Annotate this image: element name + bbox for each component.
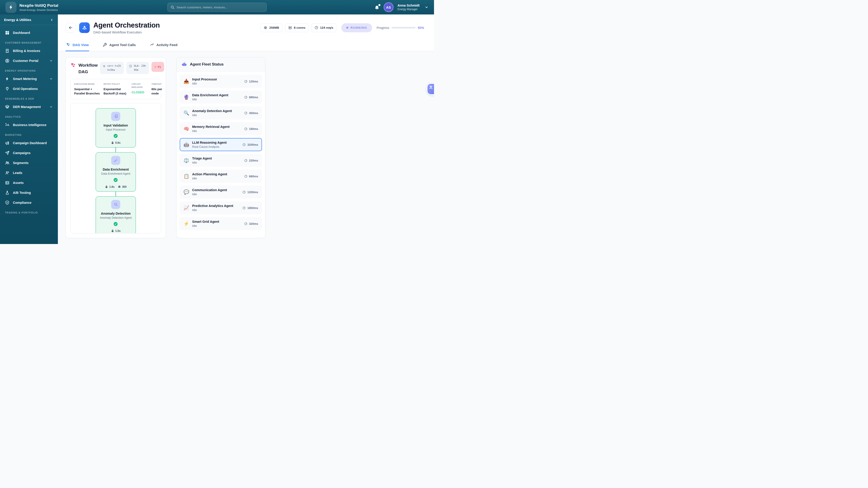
dag-canvas: Input ValidationInput Processor0.6sData … xyxy=(70,103,161,233)
chevron-down-icon[interactable] xyxy=(425,5,429,9)
agent-name: Anomaly Detection Agent xyxy=(192,109,232,113)
sidebar-item-label: Business Intelligence xyxy=(13,123,46,127)
sidebar-item-assets[interactable]: Assets xyxy=(3,178,55,188)
agent-latency: 120ms xyxy=(249,80,258,83)
agent-row-smart-grid-agent[interactable]: ⚡Smart Grid AgentIdle320ms xyxy=(180,217,262,230)
agent-row-input-processor[interactable]: 📥Input ProcessorIdle120ms xyxy=(180,75,262,88)
sidebar-item-label: Campaign Dashboard xyxy=(13,141,47,145)
sidebar-item-segments[interactable]: Segments xyxy=(3,158,55,168)
sidebar-item-label: Smart Metering xyxy=(13,77,37,80)
agent-emoji-icon: 📋 xyxy=(184,173,189,179)
agent-latency-group: 3200ms xyxy=(242,143,258,147)
sidebar-section-label: CUSTOMER MANAGEMENT xyxy=(5,41,53,44)
node-tokens: 350 xyxy=(118,185,127,188)
agent-name: Input Processor xyxy=(192,77,217,81)
sidebar-item-leads[interactable]: Leads xyxy=(3,168,55,178)
gauge-icon xyxy=(242,206,246,210)
sidebar-item-campaigns[interactable]: Campaigns xyxy=(3,148,55,158)
user-role: Energy Manager xyxy=(398,8,420,11)
orchestration-hub-icon xyxy=(79,22,90,33)
tab-dag-view[interactable]: DAG View xyxy=(66,39,89,51)
workflow-dag-panel: Workflow DAG corr-tv25hc5ba xyxy=(66,57,166,238)
global-search xyxy=(167,3,267,12)
agent-row-triage-agent[interactable]: ⚖️Triage AgentIdle220ms xyxy=(180,154,262,167)
agent-latency: 1200ms xyxy=(247,191,258,194)
page-stats: 256MB8 conns124 req/s RUNNING Progress 5… xyxy=(260,23,424,32)
agent-row-communication-agent[interactable]: 💬Communication AgentIdle1200ms xyxy=(180,186,262,199)
agent-row-predictive-analytics-agent[interactable]: 📈Predictive Analytics AgentIdle1850ms xyxy=(180,201,262,215)
avatar[interactable]: AS xyxy=(383,2,394,12)
sparkline-icon xyxy=(5,123,9,127)
flask-icon xyxy=(5,191,9,195)
agent-name: LLM Reasoning Agent xyxy=(192,141,227,144)
page-title: Agent Orchestration xyxy=(93,21,160,29)
chevron-down-icon xyxy=(49,59,53,63)
gauge-icon xyxy=(244,111,248,115)
agent-info: Action Planning AgentIdle xyxy=(192,172,227,180)
sidebar-item-a-b-testing[interactable]: A/B Testing xyxy=(3,188,55,198)
agent-latency-group: 320ms xyxy=(244,222,258,225)
sidebar-item-der-management[interactable]: DER Management xyxy=(3,102,55,112)
agent-emoji-icon: 🔍 xyxy=(184,110,189,116)
workflow-header: Workflow DAG corr-tv25hc5ba xyxy=(70,62,161,75)
sidebar-collapse-chevron-left-icon[interactable] xyxy=(50,18,54,22)
tab-activity-feed[interactable]: Activity Feed xyxy=(149,39,178,51)
check-circle-icon xyxy=(113,177,118,182)
sidebar-item-label: Compliance xyxy=(13,201,31,204)
sidebar-item-campaign-dashboard[interactable]: Campaign Dashboard xyxy=(3,138,55,148)
notifications-bell-icon[interactable] xyxy=(374,5,379,10)
exec-config-label: RETRY POLICY xyxy=(103,83,129,86)
activity-icon xyxy=(150,43,154,47)
sidebar-item-compliance[interactable]: Compliance xyxy=(3,198,55,207)
sidebar-item-label: DER Management xyxy=(13,105,41,109)
sidebar-item-label: Billing & Invoices xyxy=(13,49,40,53)
agent-info: Input ProcessorIdle xyxy=(192,77,217,85)
agent-status: Idle xyxy=(192,129,229,133)
node-metrics: 1.8s350 xyxy=(98,185,133,188)
workflow-badges: corr-tv25hc5ba SLA: 23h 45m ! P1 xyxy=(100,62,164,74)
sidebar: Energy & Utilities DashboardCUSTOMER MAN… xyxy=(0,14,58,244)
dag-node-data-enrichment[interactable]: Data EnrichmentData Enrichment Agent1.8s… xyxy=(96,152,136,192)
agent-row-data-enrichment-agent[interactable]: 🔮Data Enrichment AgentIdle890ms xyxy=(180,91,262,104)
send-icon xyxy=(5,151,9,155)
sidebar-item-dashboard[interactable]: Dashboard xyxy=(3,28,55,38)
tab-agent-tool-calls[interactable]: Agent Tool Calls xyxy=(102,39,136,51)
tab-bar: DAG ViewAgent Tool CallsActivity Feed xyxy=(58,39,434,51)
agent-name: Data Enrichment Agent xyxy=(192,93,228,97)
agent-status: Idle xyxy=(192,208,233,212)
gauge-icon xyxy=(244,159,248,162)
tab-label: DAG View xyxy=(72,43,89,47)
correlation-id: corr-tv25hc5ba xyxy=(107,64,121,72)
agent-latency-group: 450ms xyxy=(244,111,258,115)
agent-row-anomaly-detection-agent[interactable]: 🔍Anomaly Detection AgentIdle450ms xyxy=(180,106,262,120)
exec-config-value: 60s per node xyxy=(151,87,165,96)
sidebar-item-grid-operations[interactable]: Grid Operations xyxy=(3,84,55,94)
agent-latency: 1850ms xyxy=(247,206,258,210)
exec-config-timeout: TIMEOUT60s per node xyxy=(151,83,165,96)
agent-row-memory-retrieval-agent[interactable]: 🧠Memory Retrieval AgentIdle180ms xyxy=(180,122,262,135)
dag-connector xyxy=(116,192,116,196)
search-input[interactable] xyxy=(167,3,267,12)
agent-row-action-planning-agent[interactable]: 📋Action Planning AgentIdle680ms xyxy=(180,170,262,183)
page-header: Agent Orchestration DAG-based Workflow E… xyxy=(58,14,434,34)
agent-info: Smart Grid AgentIdle xyxy=(192,220,219,228)
dag-connector xyxy=(116,148,116,152)
stat-chip-8-conns: 8 conns xyxy=(285,24,309,32)
sidebar-item-customer-portal[interactable]: Customer Portal xyxy=(3,56,55,66)
sidebar-item-smart-metering[interactable]: Smart Metering xyxy=(3,74,55,84)
agent-name: Action Planning Agent xyxy=(192,172,227,176)
dag-node-anomaly-detection[interactable]: Anomaly DetectionAnomaly Detection Agent… xyxy=(96,196,136,233)
fleet-title: Agent Fleet Status xyxy=(190,62,223,67)
sidebar-context-label: Energy & Utilities xyxy=(4,18,31,22)
sidebar-item-billing-invoices[interactable]: Billing & Invoices xyxy=(3,46,55,56)
agent-emoji-icon: 🔮 xyxy=(184,94,189,100)
exec-config-circuit-breaker: CIRCUIT BREAKERCLOSED xyxy=(131,83,149,96)
agent-info: Predictive Analytics AgentIdle xyxy=(192,204,233,212)
agent-row-llm-reasoning-agent[interactable]: 🤖LLM Reasoning AgentRoot Cause Analysis3… xyxy=(180,138,262,151)
dag-node-input-validation[interactable]: Input ValidationInput Processor0.6s xyxy=(96,108,136,148)
sidebar-item-business-intelligence[interactable]: Business Intelligence xyxy=(3,120,55,130)
sidebar-nav: DashboardCUSTOMER MANAGEMENTBilling & In… xyxy=(0,25,58,219)
back-button[interactable] xyxy=(66,23,75,33)
user-block[interactable]: Anna Schmidt Energy Manager xyxy=(398,4,420,11)
agent-emoji-icon: 🧠 xyxy=(184,126,189,131)
